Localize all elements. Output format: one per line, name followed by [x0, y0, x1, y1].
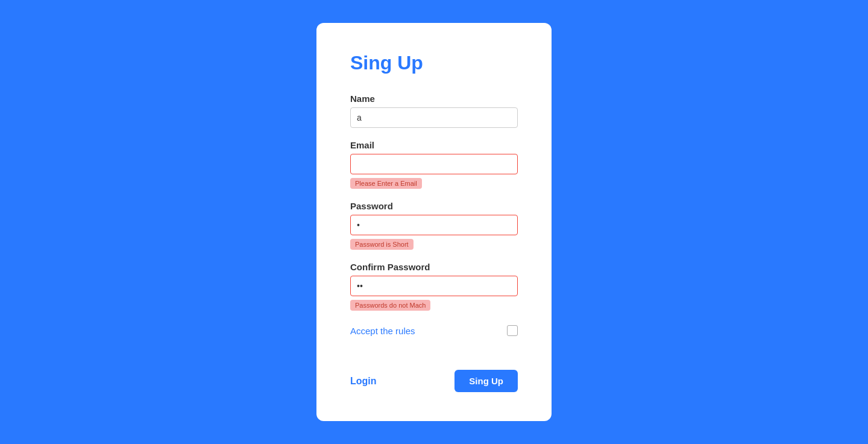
confirm-password-label: Confirm Password — [350, 262, 518, 272]
login-button[interactable]: Login — [350, 376, 377, 387]
confirm-password-group: Confirm Password Passwords do not Mach — [350, 262, 518, 311]
signup-card: Sing Up Name Email Please Enter a Email … — [316, 23, 552, 421]
password-label: Password — [350, 201, 518, 211]
email-label: Email — [350, 140, 518, 150]
password-error-badge: Password is Short — [350, 239, 414, 250]
signup-button[interactable]: Sing Up — [454, 370, 518, 392]
accept-rules-checkbox[interactable] — [507, 325, 518, 336]
accept-rules-row: Accept the rules — [350, 325, 518, 336]
page-title: Sing Up — [350, 52, 518, 74]
footer-row: Login Sing Up — [350, 370, 518, 392]
name-group: Name — [350, 94, 518, 128]
password-group: Password Password is Short — [350, 201, 518, 250]
password-input[interactable] — [350, 215, 518, 235]
accept-rules-label: Accept the rules — [350, 326, 415, 336]
name-label: Name — [350, 94, 518, 104]
email-error-badge: Please Enter a Email — [350, 178, 422, 189]
name-input[interactable] — [350, 107, 518, 128]
confirm-password-error-badge: Passwords do not Mach — [350, 300, 430, 311]
email-input[interactable] — [350, 154, 518, 174]
email-group: Email Please Enter a Email — [350, 140, 518, 189]
confirm-password-input[interactable] — [350, 276, 518, 296]
